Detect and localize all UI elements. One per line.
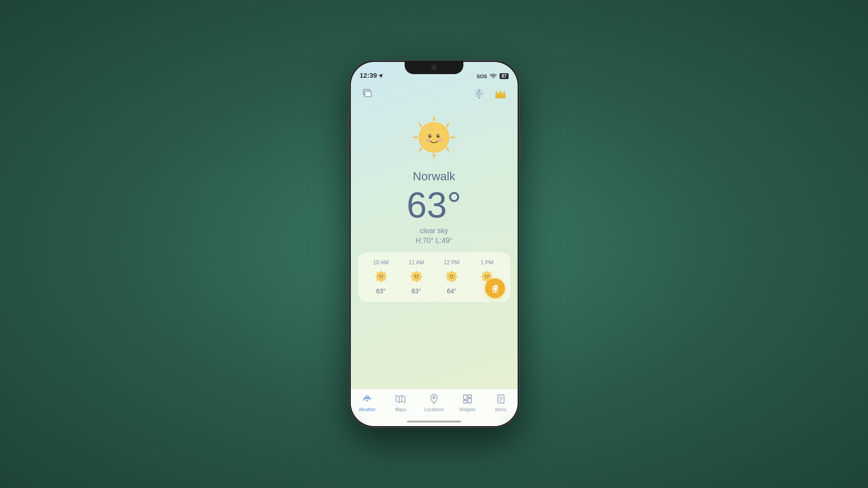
- svg-point-5: [497, 92, 498, 94]
- sun-illustration: [409, 113, 459, 162]
- toolbar-right: [471, 85, 509, 102]
- hour-item-0: 10 AM: [365, 259, 397, 295]
- svg-point-16: [437, 134, 440, 138]
- svg-point-39: [485, 275, 486, 277]
- layers-button[interactable]: [360, 85, 376, 102]
- hour-temp-0: 63°: [376, 287, 386, 295]
- hour-temp-1: 63°: [411, 287, 421, 295]
- hour-time-1: 11 AM: [409, 259, 424, 266]
- svg-point-12: [420, 123, 448, 152]
- svg-point-35: [452, 275, 453, 277]
- weather-description: clear sky: [420, 227, 448, 235]
- widgets-tab-icon: [462, 393, 473, 405]
- battery-indicator: 87: [500, 73, 508, 79]
- status-indicators: SOS 87: [476, 73, 508, 79]
- svg-point-23: [382, 275, 383, 277]
- svg-point-18: [438, 135, 439, 136]
- camera: [431, 65, 437, 70]
- tab-widgets-label: Widgets: [459, 407, 476, 412]
- svg-point-19: [376, 272, 386, 282]
- sun-svg: [409, 113, 459, 162]
- svg-marker-42: [396, 395, 405, 403]
- hour-time-2: 12 PM: [444, 259, 460, 266]
- svg-point-14: [437, 139, 443, 142]
- svg-point-17: [430, 135, 431, 136]
- tab-widgets[interactable]: Widgets: [451, 393, 484, 412]
- svg-point-26: [411, 272, 421, 282]
- svg-point-24: [380, 275, 380, 276]
- hour-temp-2: 64°: [447, 287, 457, 295]
- phone-screen: 12:39 SOS 87: [351, 62, 518, 426]
- tab-locations-icon: [428, 393, 440, 405]
- svg-point-34: [450, 275, 451, 277]
- tab-items[interactable]: Items: [484, 393, 518, 412]
- tab-locations-label: Locations: [425, 407, 444, 412]
- tab-maps-label: Maps: [395, 407, 406, 412]
- tab-weather-icon: [361, 393, 373, 405]
- city-name: Norwalk: [413, 169, 455, 183]
- hour-time-3: 1 PM: [481, 259, 493, 266]
- hourly-forecast-card: 10 AM: [358, 252, 510, 302]
- settings-icon: [473, 88, 485, 99]
- svg-point-30: [417, 275, 418, 277]
- crown-icon: [494, 87, 507, 100]
- toolbar: [358, 82, 510, 105]
- svg-rect-47: [468, 395, 472, 398]
- tab-bar: Weather Maps: [351, 389, 518, 426]
- hour-item-1: 11 AM: [401, 259, 432, 295]
- hour-sun-icon-0: [373, 268, 389, 285]
- main-content: Norwalk 63° clear sky H:70° L:49° 10 AM: [351, 82, 518, 389]
- svg-point-31: [447, 272, 457, 282]
- tab-locations[interactable]: Locations: [417, 393, 451, 412]
- svg-rect-48: [468, 399, 472, 403]
- temp-range: H:70° L:49°: [415, 237, 453, 245]
- crown-button[interactable]: [492, 85, 509, 102]
- sos-indicator: SOS: [476, 74, 487, 79]
- weather-main: Norwalk 63° clear sky H:70° L:49° 10 AM: [358, 109, 510, 389]
- hour-sun-icon-1: [408, 268, 425, 285]
- tab-maps[interactable]: Maps: [384, 393, 417, 412]
- svg-point-6: [500, 90, 501, 92]
- share-icon: [490, 283, 500, 293]
- share-button[interactable]: [485, 278, 505, 298]
- tab-weather-label: Weather: [359, 407, 376, 412]
- layers-icon: [362, 88, 374, 99]
- hour-time-0: 10 AM: [373, 259, 389, 266]
- home-indicator: [407, 421, 461, 422]
- svg-point-25: [382, 275, 382, 276]
- maps-tab-icon: [395, 393, 406, 405]
- tab-widgets-icon: [461, 393, 474, 405]
- items-tab-icon: [495, 393, 507, 405]
- svg-rect-46: [463, 395, 467, 399]
- svg-point-2: [477, 92, 480, 95]
- svg-point-15: [429, 134, 432, 138]
- svg-point-13: [425, 139, 431, 142]
- tab-weather[interactable]: Weather: [351, 393, 384, 412]
- svg-rect-1: [365, 91, 371, 97]
- svg-point-8: [498, 97, 499, 98]
- location-arrow-icon: [379, 73, 383, 78]
- status-time: 12:39: [360, 71, 383, 79]
- svg-point-10: [502, 97, 503, 98]
- hourly-grid: 10 AM: [365, 259, 503, 295]
- svg-point-40: [488, 275, 489, 277]
- tab-items-icon: [495, 393, 507, 405]
- svg-point-7: [502, 92, 504, 94]
- svg-point-41: [366, 396, 368, 399]
- weather-tab-icon: [361, 393, 373, 405]
- hour-sun-icon-2: [443, 268, 460, 285]
- svg-point-45: [433, 397, 435, 399]
- locations-tab-icon: [428, 393, 440, 405]
- svg-point-9: [500, 97, 501, 98]
- tab-items-label: Items: [495, 407, 506, 412]
- settings-button[interactable]: [471, 85, 487, 102]
- svg-point-22: [379, 275, 381, 277]
- phone-frame: 12:39 SOS 87: [349, 61, 519, 427]
- notch: [405, 61, 463, 74]
- tab-maps-icon: [394, 393, 407, 405]
- wifi-icon: [490, 74, 497, 79]
- temperature-display: 63°: [407, 187, 462, 223]
- hour-item-2: 12 PM: [436, 259, 467, 295]
- svg-rect-49: [463, 400, 467, 403]
- svg-point-29: [415, 275, 416, 277]
